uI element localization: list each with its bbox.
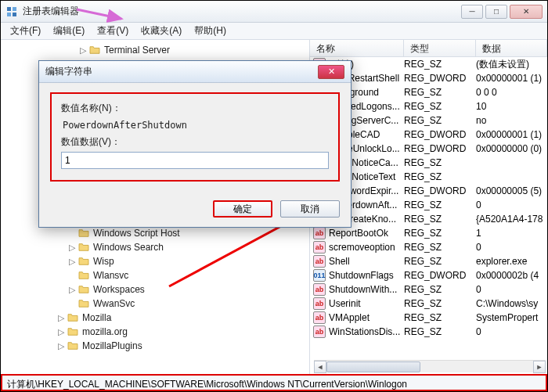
expand-icon[interactable]: ▷ [56,327,67,337]
value-type: REG_SZ [404,115,476,126]
column-headers[interactable]: 名称 类型 数据 [310,40,547,57]
tree-node[interactable]: ▷Windows Search [1,240,309,254]
col-data[interactable]: 数据 [476,40,547,56]
folder-icon [78,256,90,267]
value-name: ShutdownFlags [329,270,404,281]
value-data-input[interactable] [61,152,329,169]
value-data: 0x00000005 (5) [476,185,547,196]
tree-node[interactable]: ▷Terminal Server [1,43,309,57]
tree-node-label: Workspaces [93,284,145,295]
scrollbar-horizontal[interactable]: ◄ ► [314,360,546,372]
value-row[interactable]: abVMAppletREG_SZSystemPropert [310,311,547,325]
svg-rect-2 [7,13,11,16]
folder-icon [78,242,90,253]
value-row[interactable]: abUserinitREG_SZC:\Windows\sy [310,297,547,311]
value-row[interactable]: 011ShutdownFlagsREG_DWORD0x0000002b (4 [310,268,547,282]
value-type: REG_SZ [404,87,476,98]
tree-node[interactable]: ▷Mozilla [1,311,309,325]
expand-icon[interactable]: ▷ [67,243,78,253]
value-data: 0x00000000 (0) [476,143,547,154]
value-type: REG_SZ [404,228,476,239]
value-name: Shell [329,256,404,267]
menu-favorites[interactable]: 收藏夹(A) [135,23,188,39]
menubar: 文件(F) 编辑(E) 查看(V) 收藏夹(A) 帮助(H) [1,23,547,40]
value-type: REG_DWORD [404,73,476,84]
expand-icon[interactable]: ▷ [67,257,78,267]
tree-node-label: Wlansvc [93,270,128,281]
value-type-icon: 011 [313,269,326,282]
value-type-icon: ab [313,241,326,254]
value-name: scremoveoption [329,242,404,253]
window-title: 注册表编辑器 [23,5,459,18]
scroll-thumb[interactable] [326,361,420,372]
value-name: ReportBootOk [329,228,404,239]
expand-icon[interactable]: ▷ [56,313,67,323]
folder-icon [88,45,101,56]
folder-icon [78,298,90,309]
menu-view[interactable]: 查看(V) [91,23,135,39]
value-data: 0 [476,326,547,337]
close-button[interactable]: ✕ [510,5,543,19]
tree-node[interactable]: ▷mozilla.org [1,325,309,339]
value-type: REG_SZ [404,157,476,168]
value-data: {A520A1A4-178 [476,214,547,225]
value-name-label: 数值名称(N)： [61,102,329,115]
tree-node[interactable]: WwanSvc [1,297,309,311]
value-type: REG_DWORD [404,185,476,196]
col-name[interactable]: 名称 [310,40,404,56]
expand-icon[interactable]: ▷ [67,285,78,295]
value-data: explorer.exe [476,256,547,267]
tree-node-label: Terminal Server [104,45,170,56]
value-name: WinStationsDis... [329,326,404,337]
minimize-button[interactable]: ─ [461,5,483,19]
tree-node[interactable]: ▷MozillaPlugins [1,339,309,353]
value-name: Userinit [329,298,404,309]
ok-button[interactable]: 确定 [213,200,272,218]
value-type: REG_SZ [404,200,476,210]
tree-node-label: WwanSvc [93,298,135,309]
value-data: C:\Windows\sy [476,298,547,309]
scroll-track[interactable] [326,361,533,372]
app-icon [5,5,18,18]
value-name: VMApplet [329,312,404,323]
menu-help[interactable]: 帮助(H) [188,23,233,39]
scroll-left-button[interactable]: ◄ [314,361,326,373]
value-type: REG_DWORD [404,270,476,281]
cancel-button[interactable]: 取消 [280,200,340,218]
value-data: 0x0000002b (4 [476,270,547,281]
edit-string-dialog: 编辑字符串 ✕ 数值名称(N)： PowerdownAfterShutdown … [38,60,352,228]
value-row[interactable]: abReportBootOkREG_SZ1 [310,226,547,240]
value-row[interactable]: abShutdownWith...REG_SZ0 [310,282,547,297]
expand-icon[interactable]: ▷ [78,45,88,56]
dialog-field-group: 数值名称(N)： PowerdownAfterShutdown 数值数据(V)： [50,92,340,182]
value-data: (数值未设置) [476,58,547,71]
value-data: 0 [476,200,547,210]
tree-node-label: Wisp [93,256,114,267]
value-type-icon: ab [313,311,326,324]
value-type: REG_SZ [404,298,476,309]
value-type-icon: ab [313,227,326,239]
folder-icon [78,270,90,281]
tree-node-label: mozilla.org [82,326,128,337]
tree-node[interactable]: Wlansvc [1,268,309,282]
expand-icon[interactable]: ▷ [56,341,67,351]
menu-file[interactable]: 文件(F) [4,23,47,39]
value-row[interactable]: abShellREG_SZexplorer.exe [310,254,547,268]
value-row[interactable]: abWinStationsDis...REG_SZ0 [310,325,547,339]
value-data: 0 [476,242,547,253]
value-row[interactable]: abscremoveoptionREG_SZ0 [310,240,547,254]
tree-node-label: MozillaPlugins [82,340,142,351]
value-type-icon: ab [313,255,326,268]
menu-edit[interactable]: 编辑(E) [47,23,91,39]
tree-node[interactable]: Windows Script Host [1,226,309,240]
value-type: REG_SZ [404,284,476,295]
col-type[interactable]: 类型 [404,40,476,56]
scroll-right-button[interactable]: ► [533,361,546,373]
tree-node[interactable]: ▷Wisp [1,254,309,268]
tree-node[interactable]: ▷Workspaces [1,282,309,297]
dialog-titlebar[interactable]: 编辑字符串 ✕ [39,61,351,83]
tree-node-label: Mozilla [82,312,111,323]
maximize-button[interactable]: □ [485,5,507,19]
tree-node-label: Windows Search [93,242,164,253]
dialog-close-button[interactable]: ✕ [318,65,344,79]
